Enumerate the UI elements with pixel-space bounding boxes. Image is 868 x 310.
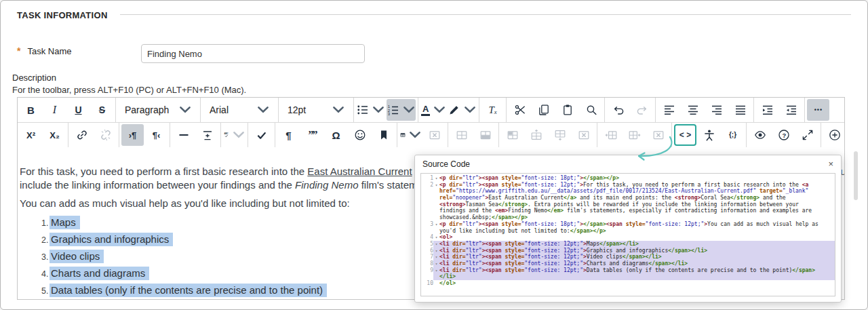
clear-formatting-button[interactable]: Tₓ [481,99,504,121]
close-icon[interactable]: × [827,158,835,170]
paragraph-format-select[interactable]: Paragraph [118,99,198,121]
font-family-chevron-icon[interactable] [257,104,269,116]
help-button[interactable] [772,124,795,146]
fold-icon[interactable]: ▾ [433,175,439,182]
toolbar-separator [248,123,248,147]
source-code-button[interactable]: < > [674,124,696,146]
code-text[interactable]: <li dir="ltr"><span style="font-size: 12… [439,260,835,267]
align-left-button[interactable] [658,99,680,121]
subscript-button[interactable]: X₂ [43,124,66,146]
font-size-select[interactable]: 12pt [281,99,351,121]
underline-button[interactable]: U [67,99,90,121]
numbered-list-button[interactable] [387,99,416,121]
superscript-button[interactable]: X² [20,124,42,146]
fold-icon[interactable]: ▾ [433,267,439,274]
code-text[interactable]: <li dir="ltr"><span style="font-size: 12… [439,248,835,254]
code-text[interactable]: <p dir="ltr"><span style="font-size: 18p… [439,175,835,182]
fold-icon[interactable]: ▾ [433,234,439,241]
bullet-list-button[interactable] [356,99,385,121]
preview-button[interactable] [749,124,771,146]
code-text[interactable]: you'd like including but not limited to:… [439,228,835,235]
cut-button[interactable] [509,99,531,121]
outdent-button[interactable] [780,99,802,121]
paste-button[interactable] [556,99,578,121]
code-text[interactable]: </li> [439,273,835,280]
toolbar-separator [604,98,605,122]
fold-spacer [433,208,439,214]
scrollbar-thumb[interactable] [854,151,858,200]
fullscreen-button[interactable] [796,124,818,146]
delete-column-button [647,124,669,146]
checkmark-button[interactable] [250,124,273,146]
more-options-button[interactable]: ••• [807,99,829,121]
code-text[interactable]: <li dir="ltr"><span style="font-size: 12… [439,267,835,274]
underline-icon: U [75,105,81,115]
paragraph-marks-button[interactable]: ¶ [277,124,300,146]
code-text[interactable]: <p dir="ltr"><span style="font-size: 18p… [439,221,835,228]
bullet-list-chevron-icon[interactable] [372,104,384,116]
source-code-editor[interactable]: 1▾<p dir="ltr"><span style="font-size: 1… [420,173,835,296]
toolbar-separator [804,98,805,122]
fold-icon[interactable]: ▾ [433,241,439,248]
code-text[interactable]: <li dir="ltr"><span style="font-size: 12… [439,254,835,260]
left-to-right-icon: ›¶ [129,131,137,140]
code-text[interactable]: findings and the <em>Finding Nemo</em> f… [439,208,835,214]
insert-table-chevron-icon[interactable] [409,129,421,141]
fold-icon[interactable]: ▾ [433,248,439,254]
insert-link-button[interactable] [71,124,93,146]
emoticons-button[interactable] [349,124,371,146]
fold-icon[interactable]: ▾ [433,221,439,228]
accessibility-checker-button[interactable] [698,124,720,146]
highlight-color-button[interactable] [448,99,477,121]
strikethrough-button[interactable]: S [91,99,113,121]
right-to-left-button[interactable]: ¶‹ [145,124,167,146]
fold-icon[interactable]: ▾ [433,260,439,267]
row-properties-icon [507,129,519,141]
copy-button[interactable] [532,99,555,121]
align-right-button[interactable] [705,99,728,121]
left-to-right-button[interactable]: ›¶ [121,124,144,146]
blockquote-button[interactable]: ”” [301,124,323,146]
fold-icon[interactable]: ▾ [433,254,439,260]
find-replace-button[interactable] [580,99,602,121]
bookmark-button[interactable] [372,124,395,146]
italic-text: Finding Nemo [295,179,358,191]
inline-link[interactable]: East Australian Current [307,166,412,177]
horizontal-rule-button[interactable] [172,124,195,146]
justify-button[interactable] [729,99,751,121]
highlight-color-chevron-icon[interactable] [464,104,476,116]
code-sample-button[interactable]: {;} [722,124,744,146]
code-text[interactable]: rel="noopener">East Australian Current</… [439,195,835,201]
toolbar-separator [506,98,507,122]
italic-button[interactable]: I [43,99,66,121]
font-family-select[interactable]: Arial [203,99,276,121]
code-text[interactable]: </ol> [439,280,835,287]
indent-button[interactable] [756,99,778,121]
spellcheck-chevron-icon[interactable] [233,129,245,141]
add-content-button[interactable] [823,124,846,146]
code-text[interactable]: <strong>Tasman Sea</strong>. Extra point… [439,201,835,208]
special-character-button[interactable]: Ω [325,124,347,146]
code-text[interactable]: <p dir="ltr"><span style="font-size: 12p… [439,182,835,189]
font-size-chevron-icon[interactable] [332,104,344,116]
code-text[interactable]: href="https://www.griffith.edu.au/__data… [439,188,835,195]
align-center-button[interactable] [682,99,704,121]
fold-spacer [433,214,439,221]
undo-button[interactable] [607,99,629,121]
insert-column-before-button [599,124,622,146]
paragraph-format-chevron-icon[interactable] [179,104,191,116]
numbered-list-chevron-icon[interactable] [403,104,415,116]
code-line: 5▾<li dir="ltr"><span style="font-size: … [421,241,835,248]
task-name-input[interactable] [141,44,365,63]
insert-table-button[interactable] [399,124,422,146]
header-rule [120,14,851,15]
code-text[interactable]: <ol> [439,234,835,241]
code-text[interactable]: <li dir="ltr"><span style="font-size: 12… [439,241,835,248]
spellcheck-button[interactable] [223,124,245,146]
bold-button[interactable]: B [20,99,42,121]
code-text[interactable]: showcased.&nbsp;</span></p> [439,214,835,221]
text-color-chevron-icon[interactable] [433,104,446,116]
text-color-button[interactable]: A [420,99,446,121]
fold-icon[interactable]: ▾ [433,182,439,189]
page-break-button[interactable] [196,124,218,146]
